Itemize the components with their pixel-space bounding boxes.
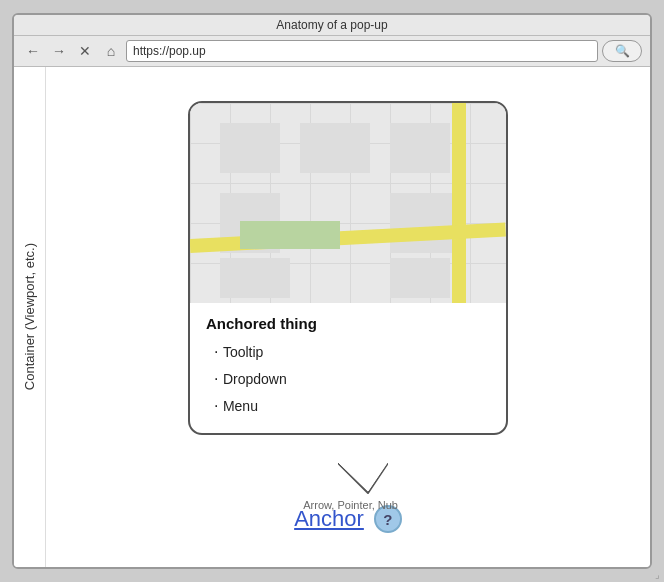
back-button[interactable]: ←: [22, 40, 44, 62]
popup-container: Anchored thing Tooltip Dropdown Menu: [188, 101, 508, 436]
list-item: Tooltip: [214, 338, 490, 365]
browser-content: Container (Viewport, etc.): [14, 67, 650, 567]
search-icon: 🔍: [615, 44, 630, 58]
popup-box: Anchored thing Tooltip Dropdown Menu: [188, 101, 508, 436]
popup-title: Anchored thing: [206, 315, 490, 332]
forward-button[interactable]: →: [48, 40, 70, 62]
popup-body: Anchored thing Tooltip Dropdown Menu: [190, 303, 506, 434]
map-block: [390, 258, 450, 298]
container-label: Container (Viewport, etc.): [22, 243, 37, 390]
map-block: [390, 123, 450, 173]
map-block: [390, 193, 460, 253]
main-content: Anchored thing Tooltip Dropdown Menu: [46, 67, 650, 567]
close-button[interactable]: ✕: [74, 40, 96, 62]
map-block: [220, 123, 280, 173]
home-button[interactable]: ⌂: [100, 40, 122, 62]
map-block: [300, 123, 370, 173]
map-green-area: [240, 221, 340, 249]
list-item: Menu: [214, 392, 490, 419]
help-icon: ?: [383, 511, 392, 528]
title-bar: Anatomy of a pop-up: [14, 15, 650, 36]
nav-bar: ← → ✕ ⌂ 🔍: [14, 36, 650, 67]
address-bar[interactable]: [126, 40, 598, 62]
tail-label: Arrow, Pointer, Nub: [303, 499, 398, 511]
map-area: [190, 103, 506, 303]
popup-list: Tooltip Dropdown Menu: [206, 338, 490, 420]
map-road-vertical: [452, 103, 466, 303]
window-title: Anatomy of a pop-up: [276, 18, 387, 32]
browser-window: Anatomy of a pop-up ← → ✕ ⌂ 🔍 Container …: [12, 13, 652, 569]
search-button[interactable]: 🔍: [602, 40, 642, 62]
side-label-container: Container (Viewport, etc.): [14, 67, 46, 567]
list-item: Dropdown: [214, 365, 490, 392]
map-block: [220, 258, 290, 298]
